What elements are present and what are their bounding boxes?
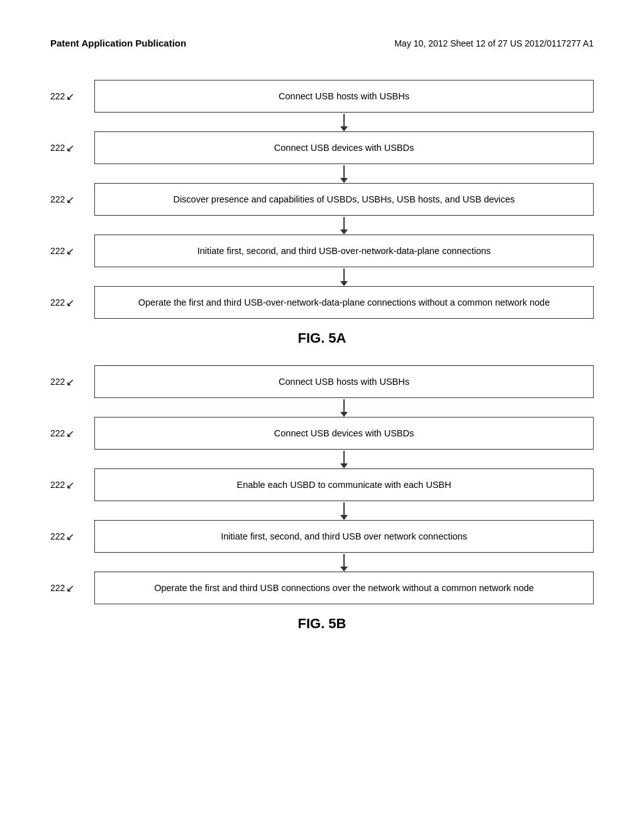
- flow-box-2a: Connect USB devices with USBDs: [94, 131, 594, 164]
- flow-box-1a: Connect USB hosts with USBHs: [94, 80, 594, 113]
- label-222-1a: 222 ↙: [50, 91, 94, 102]
- checkmark-1a: ↙: [66, 91, 74, 102]
- arrow-4b: [340, 553, 348, 572]
- checkmark-5a: ↙: [66, 297, 74, 309]
- flow-box-5b: Operate the first and third USB connecti…: [94, 572, 594, 604]
- arrow-2a: [340, 164, 348, 183]
- fig5a-section: 222 ↙ Connect USB hosts with USBHs 222 ↙: [50, 80, 594, 346]
- flow-box-4a: Initiate first, second, and third USB-ov…: [94, 235, 594, 267]
- flow-box-4b: Initiate first, second, and third USB ov…: [94, 520, 594, 553]
- checkmark-4a: ↙: [66, 245, 74, 257]
- fig5a-flowchart: 222 ↙ Connect USB hosts with USBHs 222 ↙: [50, 80, 594, 319]
- flow-row-3a: 222 ↙ Discover presence and capabilities…: [50, 183, 594, 216]
- label-222-4a: 222 ↙: [50, 245, 94, 257]
- arrow-1a: [340, 113, 348, 131]
- flow-row-5a: 222 ↙ Operate the first and third USB-ov…: [50, 286, 594, 319]
- flow-box-3b: Enable each USBD to communicate with eac…: [94, 468, 594, 501]
- publication-title: Patent Application Publication: [50, 38, 186, 48]
- fig5b-label: FIG. 5B: [50, 616, 594, 632]
- fig5b-flowchart: 222 ↙ Connect USB hosts with USBHs 222 ↙: [50, 365, 594, 604]
- checkmark-3b: ↙: [66, 479, 74, 491]
- arrow-4a: [340, 267, 348, 286]
- flow-row-2a: 222 ↙ Connect USB devices with USBDs: [50, 131, 594, 164]
- fig5b-section: 222 ↙ Connect USB hosts with USBHs 222 ↙: [50, 365, 594, 632]
- label-222-3b: 222 ↙: [50, 479, 94, 491]
- checkmark-3a: ↙: [66, 194, 74, 206]
- checkmark-2a: ↙: [66, 142, 74, 154]
- flow-row-1b: 222 ↙ Connect USB hosts with USBHs: [50, 365, 594, 398]
- flow-box-5a: Operate the first and third USB-over-net…: [94, 286, 594, 319]
- arrow-1b: [340, 398, 348, 417]
- flow-row-4b: 222 ↙ Initiate first, second, and third …: [50, 520, 594, 553]
- flow-row-3b: 222 ↙ Enable each USBD to communicate wi…: [50, 468, 594, 501]
- checkmark-5b: ↙: [66, 582, 74, 594]
- flow-box-2b: Connect USB devices with USBDs: [94, 417, 594, 450]
- label-222-4b: 222 ↙: [50, 531, 94, 543]
- label-222-5b: 222 ↙: [50, 582, 94, 594]
- checkmark-4b: ↙: [66, 531, 74, 543]
- page-header: Patent Application Publication May 10, 2…: [50, 38, 594, 48]
- label-222-3a: 222 ↙: [50, 194, 94, 206]
- fig5a-label: FIG. 5A: [50, 330, 594, 346]
- label-222-1b: 222 ↙: [50, 376, 94, 388]
- arrow-2b: [340, 450, 348, 468]
- label-222-2a: 222 ↙: [50, 142, 94, 154]
- flow-row-4a: 222 ↙ Initiate first, second, and third …: [50, 235, 594, 267]
- label-222-2b: 222 ↙: [50, 428, 94, 440]
- checkmark-1b: ↙: [66, 376, 74, 388]
- checkmark-2b: ↙: [66, 428, 74, 440]
- label-222-5a: 222 ↙: [50, 297, 94, 309]
- flow-row-2b: 222 ↙ Connect USB devices with USBDs: [50, 417, 594, 450]
- flow-row-5b: 222 ↙ Operate the first and third USB co…: [50, 572, 594, 604]
- flow-row-1a: 222 ↙ Connect USB hosts with USBHs: [50, 80, 594, 113]
- arrow-3a: [340, 216, 348, 235]
- flow-box-1b: Connect USB hosts with USBHs: [94, 365, 594, 398]
- arrow-3b: [340, 501, 348, 520]
- flow-box-3a: Discover presence and capabilities of US…: [94, 183, 594, 216]
- publication-meta: May 10, 2012 Sheet 12 of 27 US 2012/0117…: [394, 38, 594, 48]
